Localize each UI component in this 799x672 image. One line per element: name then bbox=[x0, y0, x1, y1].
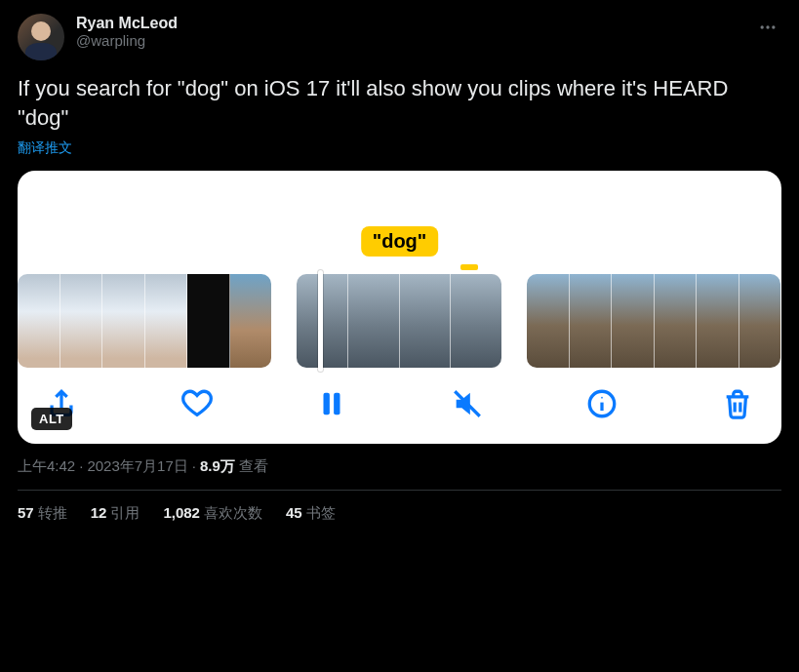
clip-frame bbox=[348, 274, 400, 368]
alt-text-badge[interactable]: ALT bbox=[31, 408, 72, 430]
trash-icon bbox=[721, 387, 754, 420]
views-count: 8.9万 bbox=[200, 457, 235, 474]
tweet-container: Ryan McLeod @warpling If you search for … bbox=[0, 0, 799, 523]
clip-group[interactable] bbox=[18, 274, 271, 368]
like-button[interactable] bbox=[180, 387, 214, 420]
clip-frame bbox=[18, 274, 60, 368]
info-button[interactable] bbox=[585, 387, 619, 420]
timeline-playhead[interactable] bbox=[318, 270, 323, 372]
stat-bookmarks[interactable]: 45书签 bbox=[286, 504, 336, 523]
svg-rect-3 bbox=[324, 393, 330, 415]
media-preview-area: "dog" bbox=[18, 171, 781, 260]
stat-likes[interactable]: 1,082喜欢次数 bbox=[163, 504, 262, 523]
more-icon bbox=[758, 18, 778, 37]
delete-button[interactable] bbox=[721, 387, 754, 420]
svg-rect-4 bbox=[334, 393, 340, 415]
tweet-date[interactable]: 2023年7月17日 bbox=[87, 457, 187, 474]
clip-frame bbox=[230, 274, 272, 368]
clip-frame bbox=[739, 274, 781, 368]
clip-group[interactable] bbox=[527, 274, 780, 368]
heart-icon bbox=[180, 387, 214, 420]
clip-frame bbox=[102, 274, 145, 368]
tweet-text: If you search for "dog" on iOS 17 it'll … bbox=[18, 74, 781, 132]
tweet-stats: 57转推 12引用 1,082喜欢次数 45书签 bbox=[18, 491, 781, 523]
clip-frame bbox=[187, 274, 230, 368]
search-term-badge: "dog" bbox=[361, 226, 439, 257]
media-toolbar bbox=[18, 368, 781, 444]
more-options-button[interactable] bbox=[754, 14, 781, 45]
author-display-name: Ryan McLeod bbox=[76, 14, 178, 32]
search-term-tick bbox=[460, 264, 478, 270]
speaker-muted-icon bbox=[451, 387, 484, 420]
clip-frame bbox=[60, 274, 103, 368]
stat-retweets[interactable]: 57转推 bbox=[18, 504, 67, 523]
svg-point-7 bbox=[602, 397, 604, 399]
author-names[interactable]: Ryan McLeod @warpling bbox=[76, 14, 178, 50]
tweet-header: Ryan McLeod @warpling bbox=[18, 14, 781, 60]
info-icon bbox=[585, 387, 619, 420]
author-handle: @warpling bbox=[76, 32, 178, 50]
clip-frame bbox=[145, 274, 188, 368]
stat-quotes[interactable]: 12引用 bbox=[91, 504, 140, 523]
tweet-time[interactable]: 上午4:42 bbox=[18, 457, 75, 474]
clip-frame bbox=[570, 274, 613, 368]
svg-point-0 bbox=[761, 25, 764, 28]
svg-point-2 bbox=[772, 25, 775, 28]
views-label[interactable]: 查看 bbox=[239, 457, 268, 474]
avatar[interactable] bbox=[18, 14, 64, 60]
clip-frame bbox=[655, 274, 698, 368]
clip-frame bbox=[451, 274, 501, 368]
clip-frame bbox=[612, 274, 655, 368]
mute-button[interactable] bbox=[451, 387, 484, 420]
svg-point-1 bbox=[766, 25, 769, 28]
translate-link[interactable]: 翻译推文 bbox=[18, 139, 72, 157]
tweet-meta: 上午4:42·2023年7月17日·8.9万 查看 bbox=[18, 457, 781, 476]
clip-group[interactable] bbox=[297, 274, 501, 368]
pause-icon bbox=[315, 387, 348, 420]
clip-frame bbox=[697, 274, 739, 368]
video-timeline[interactable] bbox=[18, 274, 781, 368]
pause-button[interactable] bbox=[315, 387, 348, 420]
clip-frame bbox=[527, 274, 570, 368]
media-card[interactable]: "dog" bbox=[18, 171, 781, 444]
clip-frame bbox=[400, 274, 452, 368]
